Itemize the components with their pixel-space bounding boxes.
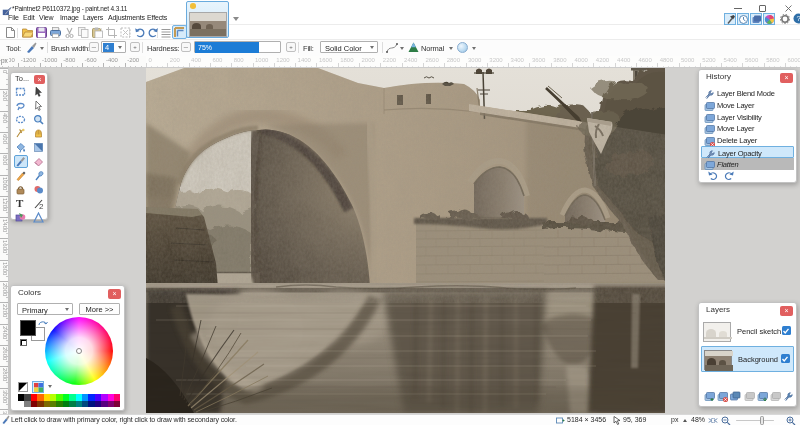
svg-text:?: ? (796, 14, 800, 23)
svg-text:2: 2 (39, 202, 44, 210)
